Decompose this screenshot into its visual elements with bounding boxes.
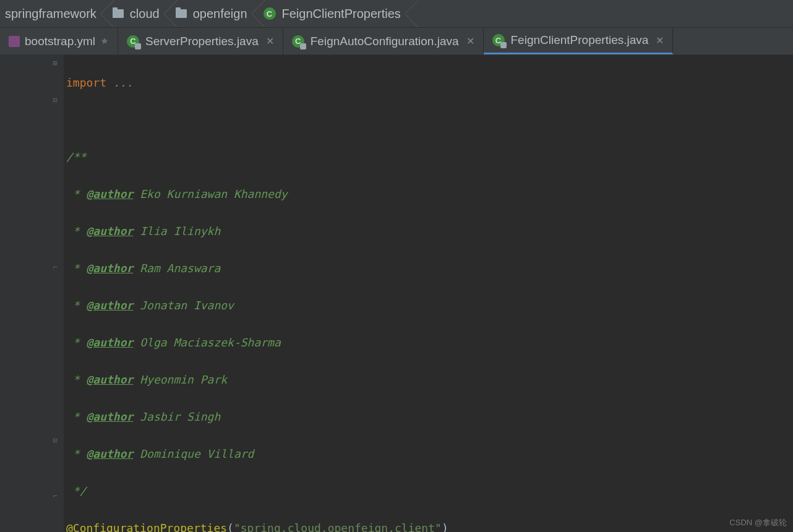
class-icon: C (127, 35, 139, 48)
class-icon: C (292, 35, 304, 48)
class-icon: C (264, 7, 276, 20)
editor[interactable]: ⊞ ⊟ ⌐ ⊟ ⌐ import ... /** * @author Eko K… (0, 55, 793, 532)
folder-icon (176, 9, 187, 18)
pin-icon (100, 37, 109, 46)
collapse-end-icon[interactable]: ⌐ (51, 492, 59, 500)
watermark: CSDN @拿破轮 (729, 517, 787, 528)
tab-feignautoconfiguration[interactable]: C FeignAutoConfiguration.java ✕ (283, 28, 484, 54)
expand-icon[interactable]: ⊞ (51, 59, 59, 67)
close-icon[interactable]: ✕ (466, 35, 474, 47)
javadoc-close: */ (66, 484, 87, 497)
lock-icon (135, 43, 141, 49)
javadoc-line: * @author Jonatan Ivanov (66, 299, 234, 312)
annotation-arg: "spring.cloud.openfeign.client" (234, 521, 442, 532)
tab-label: ServerProperties.java (145, 35, 259, 48)
javadoc-open: /** (66, 150, 87, 163)
breadcrumb-label: cloud (130, 7, 160, 21)
lock-icon (500, 42, 507, 48)
collapse-icon[interactable]: ⊟ (51, 96, 59, 105)
gutter[interactable]: ⊞ ⊟ ⌐ ⊟ ⌐ (0, 55, 64, 532)
javadoc-line: * @author Dominique Villard (66, 447, 254, 460)
tab-serverproperties[interactable]: C ServerProperties.java ✕ (118, 28, 283, 54)
close-icon[interactable]: ✕ (656, 35, 664, 46)
code-area[interactable]: import ... /** * @author Eko Kurniawan K… (64, 55, 619, 532)
breadcrumb-label: FeignClientProperties (282, 7, 401, 21)
folder-icon (113, 9, 124, 18)
javadoc-line: * @author Hyeonmin Park (66, 373, 227, 386)
lock-icon (300, 43, 306, 49)
breadcrumb-label: springframework (5, 7, 96, 21)
breadcrumb-bar: springframework cloud openfeign C FeignC… (0, 0, 793, 28)
breadcrumb-cloud[interactable]: cloud (108, 0, 171, 27)
tab-bootstrap-yml[interactable]: bootstrap.yml (0, 28, 118, 54)
breadcrumb-feignclientproperties[interactable]: C FeignClientProperties (259, 0, 412, 27)
breadcrumb-label: openfeign (193, 7, 247, 21)
javadoc-line: * @author Eko Kurniawan Khannedy (66, 187, 288, 200)
close-icon[interactable]: ✕ (266, 35, 274, 47)
keyword-import: import (66, 76, 106, 89)
collapse-icon[interactable]: ⊟ (51, 436, 59, 445)
class-icon: C (492, 34, 505, 46)
annotation: @ConfigurationProperties (66, 521, 227, 532)
tab-label: bootstrap.yml (25, 35, 95, 48)
javadoc-line: * @author Olga Maciaszek-Sharma (66, 336, 281, 349)
yml-icon (9, 36, 20, 47)
import-ellipsis: ... (113, 76, 134, 89)
collapse-end-icon[interactable]: ⌐ (51, 263, 59, 272)
editor-tabs: bootstrap.yml C ServerProperties.java ✕ … (0, 28, 793, 55)
javadoc-line: * @author Jasbir Singh (66, 410, 220, 423)
tab-feignclientproperties[interactable]: C FeignClientProperties.java ✕ (484, 28, 674, 54)
tab-label: FeignClientProperties.java (511, 33, 649, 47)
javadoc-line: * @author Ram Anaswara (66, 262, 220, 275)
breadcrumb-springframework[interactable]: springframework (0, 0, 108, 27)
breadcrumb-openfeign[interactable]: openfeign (171, 0, 259, 27)
tab-label: FeignAutoConfiguration.java (311, 35, 459, 48)
javadoc-line: * @author Ilia Ilinykh (66, 225, 220, 238)
